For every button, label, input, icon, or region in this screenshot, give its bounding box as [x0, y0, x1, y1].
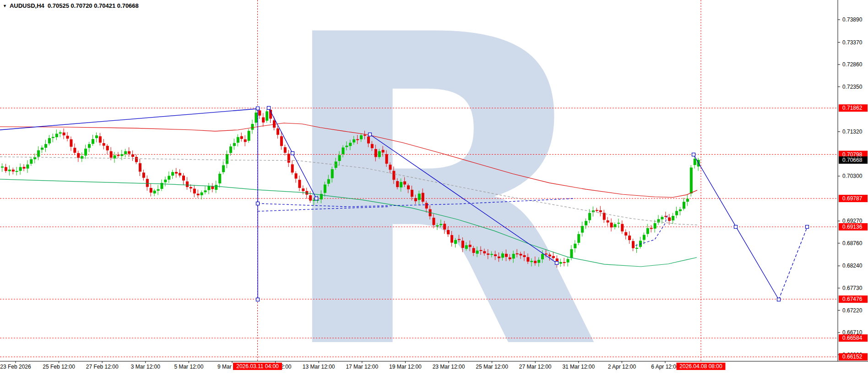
drawing-anchor-handle[interactable]: [291, 152, 294, 155]
candle-body: [208, 187, 210, 190]
candle-body: [59, 133, 61, 134]
candle-body: [117, 155, 119, 155]
candle-body: [197, 194, 199, 195]
symbol-dropdown-icon[interactable]: ▼: [3, 4, 7, 8]
forecast-up-dashed[interactable]: [779, 227, 807, 300]
candle-body: [298, 180, 301, 188]
candle-body: [255, 113, 257, 123]
candle-body: [632, 241, 635, 248]
watermark-letter: R: [273, 0, 602, 375]
candle-body: [12, 170, 14, 171]
candle-body: [570, 249, 573, 257]
drawing-anchor-handle[interactable]: [555, 262, 559, 265]
candle-body: [277, 129, 279, 134]
candle-body: [38, 150, 40, 156]
drawing-anchor-handle[interactable]: [256, 107, 260, 110]
drawing-anchor-handle[interactable]: [806, 225, 809, 229]
candle-body: [534, 261, 537, 263]
candle-body: [114, 155, 116, 158]
candle-body: [650, 228, 652, 229]
candle-body: [291, 165, 293, 172]
price-level-badge-value: 0.66584: [842, 335, 863, 341]
candle-body: [425, 203, 428, 208]
candle-body: [414, 198, 417, 201]
chart-canvas[interactable]: R 0.738900.733700.728600.723500.713200.7…: [0, 0, 868, 375]
candle-body: [244, 139, 246, 142]
candle-body: [393, 171, 395, 180]
candle-body: [469, 245, 471, 247]
time-tick-label: 23 Mar 12:00: [433, 364, 465, 370]
candle-body: [621, 224, 624, 231]
candle-body: [1, 167, 4, 167]
price-tick-label: 0.67220: [842, 307, 863, 314]
candle-body: [5, 167, 7, 171]
drawing-anchor-handle[interactable]: [777, 298, 781, 301]
candle-body: [516, 254, 518, 254]
drawing-anchor-handle[interactable]: [369, 133, 372, 136]
candle-body: [346, 146, 348, 147]
candle-body: [563, 262, 565, 263]
candle-body: [487, 254, 489, 255]
current-price-badge-value: 0.70668: [842, 157, 863, 163]
drawing-anchor-handle[interactable]: [315, 197, 318, 200]
candle-body: [34, 157, 36, 159]
candle-body: [324, 185, 326, 193]
candle-body: [451, 236, 453, 242]
candle-body: [77, 153, 80, 157]
candle-body: [661, 217, 663, 219]
candle-body: [436, 225, 439, 226]
candle-body: [193, 189, 195, 193]
symbol-name: AUDUSD,H4: [10, 2, 44, 9]
drawing-anchor-handle[interactable]: [734, 225, 738, 229]
candle-body: [302, 189, 304, 191]
candle-body: [23, 167, 25, 168]
candle-body: [52, 137, 54, 138]
candle-body: [679, 209, 682, 211]
candle-body: [668, 218, 671, 221]
candle-body: [88, 145, 91, 148]
drawing-anchor-handle[interactable]: [256, 202, 260, 205]
candle-body: [342, 148, 344, 154]
candle-body: [531, 261, 533, 262]
candle-body: [219, 174, 221, 183]
candle-body: [284, 148, 286, 153]
candle-body: [646, 228, 649, 234]
price-tick-label: 0.68240: [842, 262, 863, 269]
candle-body: [259, 111, 261, 115]
trendline-rising[interactable]: [0, 109, 256, 130]
candle-body: [74, 148, 76, 153]
candle-body: [251, 124, 254, 130]
candle-body: [349, 143, 352, 146]
candle-body: [433, 218, 435, 225]
time-tick-label: 19 Mar 12:00: [389, 364, 422, 370]
candle-body: [498, 257, 500, 258]
candle-body: [501, 254, 504, 257]
candle-body: [66, 136, 69, 138]
candle-body: [331, 170, 333, 178]
candle-body: [295, 174, 297, 178]
candle-body: [396, 182, 399, 187]
candle-body: [106, 146, 108, 150]
candle-body: [461, 241, 464, 248]
candle-body: [262, 118, 265, 122]
candle-body: [19, 167, 22, 171]
candle-body: [654, 224, 656, 229]
candle-body: [30, 160, 33, 164]
drawing-anchor-handle[interactable]: [267, 107, 271, 110]
candle-body: [542, 254, 544, 259]
drawing-anchor-handle[interactable]: [692, 153, 695, 156]
candle-body: [690, 168, 692, 193]
candle-body: [643, 235, 645, 240]
candle-body: [418, 194, 420, 200]
candle-body: [585, 221, 587, 225]
candle-body: [41, 148, 43, 150]
candle-body: [422, 193, 424, 201]
time-tick-label: 3 Mar 12:00: [131, 364, 160, 370]
candle-body: [175, 172, 178, 173]
price-tick-label: 0.72860: [842, 61, 863, 68]
candle-body: [480, 250, 482, 251]
price-level-badge-value: 0.71862: [842, 105, 863, 111]
drawing-anchor-handle[interactable]: [256, 298, 260, 301]
candle-body: [309, 196, 312, 200]
candle-body: [240, 136, 243, 139]
